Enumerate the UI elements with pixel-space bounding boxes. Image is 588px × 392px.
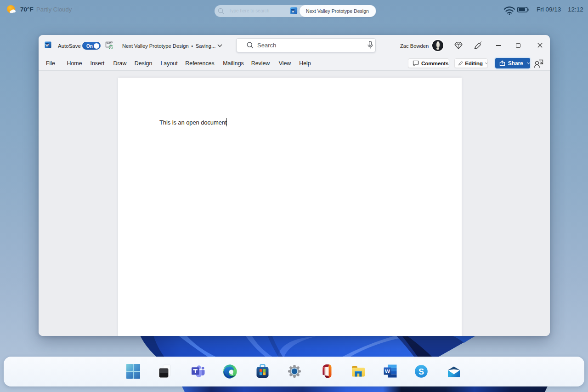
- svg-text:W: W: [385, 369, 390, 374]
- svg-text:S: S: [418, 367, 424, 376]
- svg-text:W: W: [45, 43, 49, 47]
- svg-text:w: w: [291, 9, 294, 13]
